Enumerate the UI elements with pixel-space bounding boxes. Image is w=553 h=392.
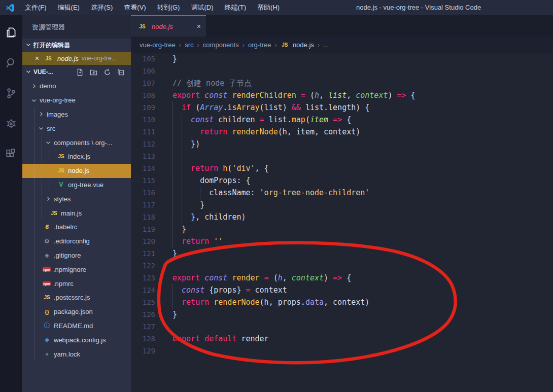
code-line-122[interactable]: 122 <box>131 260 553 272</box>
tree-item-index-js[interactable]: JSindex.js <box>22 150 131 164</box>
close-icon[interactable]: × <box>35 54 41 62</box>
code-line-123[interactable]: 123export const render = (h, context) =>… <box>131 272 553 284</box>
tab-strip: JS node.js × <box>131 15 553 37</box>
menu-item[interactable]: 帮助(H) <box>252 0 285 15</box>
code-line-126[interactable]: 126} <box>131 308 553 320</box>
project-name: VUE-... <box>33 68 75 76</box>
tree-item-label: .npmignore <box>53 266 86 273</box>
line-number: 110 <box>131 116 155 124</box>
breadcrumb-item-item[interactable]: ... <box>323 41 329 49</box>
webpack-icon: ◈ <box>43 336 51 343</box>
tree-item-node-js[interactable]: JSnode.js <box>22 164 131 178</box>
tree-item-yarn-lock[interactable]: ●yarn.lock <box>22 347 131 361</box>
breadcrumb-item-org-tree[interactable]: org-tree <box>248 41 271 49</box>
tree-item-postcssrc-js[interactable]: JS.postcssrc.js <box>22 291 131 305</box>
tree-item-gitignore[interactable]: ◈.gitignore <box>22 248 131 263</box>
new-folder-icon[interactable] <box>90 68 97 76</box>
tree-item-editorconfig[interactable]: ⚙.editorconfig <box>22 234 131 248</box>
code-line-107[interactable]: 107// 创建 node 子节点 <box>131 77 553 89</box>
extensions-icon[interactable] <box>0 141 22 167</box>
open-editor-item-node-js[interactable]: × JS node.js vue-org-tre... <box>22 52 131 65</box>
code-line-110[interactable]: 110const children = list.map(item => { <box>131 114 553 126</box>
explorer-icon[interactable] <box>0 19 22 46</box>
line-number: 120 <box>131 237 155 245</box>
code-line-113[interactable]: 113 <box>131 150 553 162</box>
line-number: 109 <box>131 103 155 112</box>
code-line-125[interactable]: 125return renderNode(h, props.data, cont… <box>131 296 553 308</box>
tree-item-label: .babelrc <box>54 223 77 231</box>
js-icon: JS <box>138 24 147 29</box>
tree-item-npmrc[interactable]: npm.npmrc <box>22 276 131 291</box>
tree-item-images[interactable]: images <box>22 108 131 122</box>
tree-item-styles[interactable]: styles <box>22 192 131 206</box>
menu-item[interactable]: 调试(D) <box>185 0 219 15</box>
code-line-111[interactable]: 111return renderNode(h, item, context) <box>131 126 553 138</box>
code-line-117[interactable]: 117} <box>131 199 553 211</box>
code-line-119[interactable]: 119} <box>131 223 553 235</box>
open-editors-header[interactable]: 打开的编辑器 <box>22 39 131 52</box>
indent-guide <box>172 114 191 126</box>
collapse-all-icon[interactable] <box>117 68 125 76</box>
breadcrumb-item-src[interactable]: src <box>185 41 193 49</box>
line-number: 107 <box>131 79 155 87</box>
tree-item-main-js[interactable]: JSmain.js <box>22 206 131 220</box>
debug-icon[interactable] <box>0 111 22 137</box>
menu-item[interactable]: 终端(T) <box>219 0 252 15</box>
indent-guides <box>34 206 49 220</box>
code-line-118[interactable]: 118}, children) <box>131 211 553 223</box>
tree-item-npmignore[interactable]: npm.npmignore <box>22 262 131 276</box>
menu-item[interactable]: 转到(G) <box>152 0 186 15</box>
tree-item-components-org[interactable]: components \ org-... <box>22 135 131 150</box>
indent-guide <box>172 150 191 162</box>
code-line-109[interactable]: 109if (Array.isArray(list) && list.lengt… <box>131 101 553 114</box>
code-line-120[interactable]: 120return '' <box>131 235 553 247</box>
indent-guide <box>172 138 191 150</box>
tab-close-icon[interactable]: × <box>197 22 201 30</box>
tree-item-package-json[interactable]: {}package.json <box>22 305 131 319</box>
window-title: node.js - vue-org-tree - Visual Studio C… <box>356 0 481 15</box>
indent-guides <box>34 121 42 135</box>
menu-item[interactable]: 选择(S) <box>85 0 118 15</box>
info-icon: ⓘ <box>43 322 51 330</box>
code-line-112[interactable]: 112}) <box>131 138 553 150</box>
code-line-127[interactable]: 127 <box>131 320 553 333</box>
tab-node-js[interactable]: JS node.js × <box>131 15 206 37</box>
breadcrumb-item-vue-org-tree[interactable]: vue-org-tree <box>140 41 176 49</box>
refresh-icon[interactable] <box>103 68 111 76</box>
search-icon[interactable] <box>0 50 22 76</box>
code-line-114[interactable]: 114return h('div', { <box>131 162 553 174</box>
tree-item-org-tree-vue[interactable]: Vorg-tree.vue <box>22 178 131 192</box>
code-line-105[interactable]: 105} <box>131 53 553 65</box>
tree-item-demo[interactable]: demo <box>22 79 131 93</box>
source-control-icon[interactable] <box>0 80 22 106</box>
line-number: 114 <box>131 164 155 172</box>
menu-item[interactable]: 编辑(E) <box>52 0 85 15</box>
project-section-header[interactable]: VUE-... <box>22 65 131 79</box>
code-line-124[interactable]: 124const {props} = context <box>131 284 553 296</box>
new-file-icon[interactable] <box>76 68 84 76</box>
tree-item-vue-org-tree[interactable]: vue-org-tree <box>22 93 131 108</box>
code-line-108[interactable]: 108export const renderChildren = (h, lis… <box>131 89 553 101</box>
tree-item-babelrc[interactable]: 6.babelrc <box>22 220 131 234</box>
tree-item-src[interactable]: src <box>22 121 131 135</box>
code-line-121[interactable]: 121} <box>131 247 553 260</box>
tree-item-readme-md[interactable]: ⓘREADME.md <box>22 319 131 333</box>
line-number: 106 <box>131 67 155 75</box>
indent-guides <box>34 234 42 248</box>
breadcrumb-item-node-js[interactable]: JSnode.js <box>281 41 314 49</box>
code-line-128[interactable]: 128export default render <box>131 333 553 345</box>
line-number: 128 <box>131 335 155 343</box>
menu-item[interactable]: 查看(V) <box>118 0 151 15</box>
js-icon: JS <box>281 42 289 48</box>
breadcrumb: vue-org-tree›src›components›org-tree›JSn… <box>131 37 553 53</box>
code-line-115[interactable]: 115domProps: { <box>131 174 553 187</box>
editor-code[interactable]: 105}106107// 创建 node 子节点108export const … <box>131 53 553 392</box>
chevron-right-icon: › <box>275 41 277 49</box>
tree-item-label: .npmrc <box>53 280 74 288</box>
breadcrumb-item-components[interactable]: components <box>203 41 239 49</box>
menu-item[interactable]: 文件(F) <box>19 0 52 15</box>
code-line-116[interactable]: 116className: 'org-tree-node-children' <box>131 187 553 199</box>
code-line-129[interactable]: 129 <box>131 345 553 357</box>
code-line-106[interactable]: 106 <box>131 65 553 77</box>
tree-item-webpack-config-js[interactable]: ◈webpack.config.js <box>22 333 131 347</box>
